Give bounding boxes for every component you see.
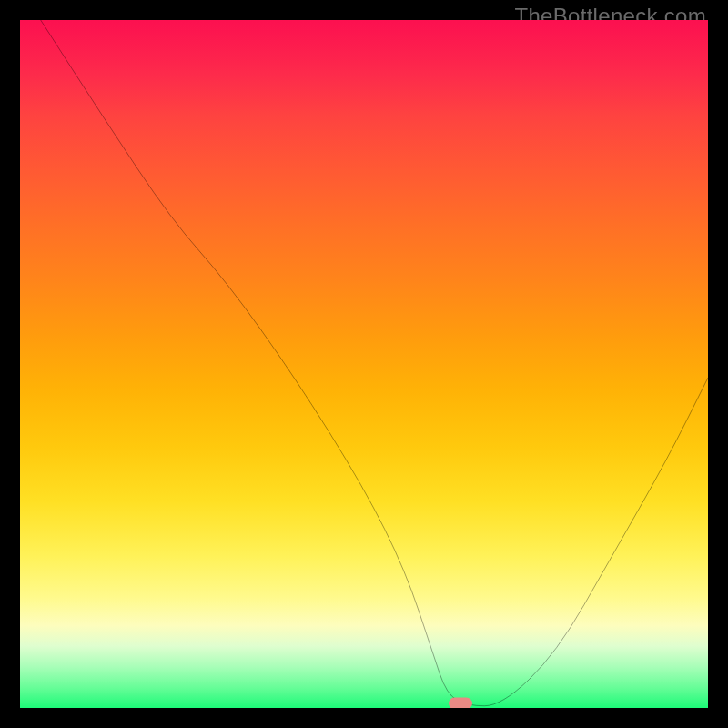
bottleneck-curve-path xyxy=(41,20,708,706)
bottleneck-curve xyxy=(20,20,708,708)
chart-plot-area xyxy=(20,20,708,708)
chart-container: TheBottleneck.com xyxy=(0,0,728,728)
optimal-marker xyxy=(449,698,472,708)
